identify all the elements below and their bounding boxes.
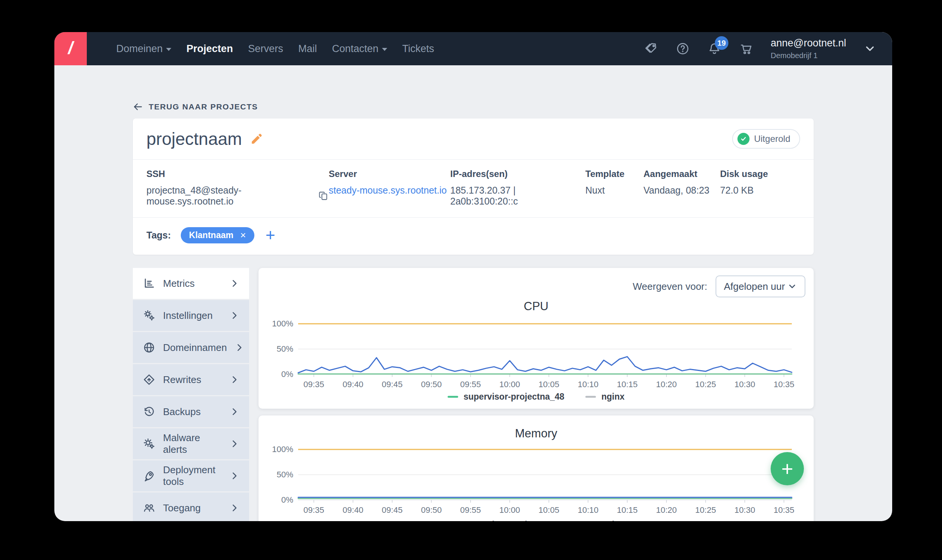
chevron-down-icon[interactable]	[864, 42, 876, 55]
sidebar-item-instellingen[interactable]: Instellingen	[133, 300, 249, 331]
info-value-text: steady-mouse.sys.rootnet.io	[329, 185, 447, 196]
svg-text:0%: 0%	[281, 495, 293, 505]
nav-link-tickets[interactable]: Tickets	[402, 43, 434, 55]
tags-icon[interactable]	[644, 42, 658, 56]
nav-link-projecten[interactable]: Projecten	[186, 43, 233, 55]
content-row: MetricsInstellingenDomeinnamenRewritesBa…	[133, 268, 814, 521]
tags-label: Tags:	[146, 230, 171, 241]
sidebar-item-label: Deployment tools	[163, 464, 222, 488]
malware-icon	[143, 437, 155, 450]
svg-text:09:40: 09:40	[343, 380, 363, 389]
nav-link-label: Tickets	[402, 43, 434, 55]
nav-link-label: Mail	[298, 43, 317, 55]
svg-text:10:05: 10:05	[539, 505, 559, 515]
info-field-value: Vandaag, 08:23	[643, 185, 720, 196]
svg-text:09:40: 09:40	[343, 505, 363, 515]
svg-text:09:55: 09:55	[460, 380, 481, 389]
legend-item-supervisor-projectna-48[interactable]: supervisor-projectna_48	[448, 520, 564, 521]
tag-remove-icon[interactable]: ×	[240, 230, 246, 240]
info-value-text: 72.0 KB	[720, 185, 754, 196]
info-field-value: 72.0 KB	[720, 185, 768, 196]
info-value-text: Nuxt	[585, 185, 605, 196]
check-circle-icon	[737, 133, 750, 145]
nav-link-label: Projecten	[186, 43, 233, 55]
info-field-ssh: SSHprojectna_48@steady-mouse.sys.rootnet…	[146, 169, 329, 207]
memory-chart-panel: Memory 100%50%0%09:3509:4009:4509:5009:5…	[259, 415, 814, 521]
svg-text:100%: 100%	[272, 319, 293, 328]
sidebar-item-toegang[interactable]: Toegang	[133, 492, 249, 521]
sidebar-item-malware-alerts[interactable]: Malware alerts	[133, 428, 249, 459]
sidebar-item-rewrites[interactable]: Rewrites	[133, 364, 249, 395]
arrow-left-icon	[133, 102, 143, 112]
back-link[interactable]: TERUG NAAR PROJECTS	[133, 102, 258, 112]
svg-text:10:10: 10:10	[578, 505, 599, 515]
add-tag-button[interactable]: +	[264, 227, 277, 243]
nav-link-mail[interactable]: Mail	[298, 43, 317, 55]
sidebar-item-label: Instellingen	[163, 310, 222, 322]
chart-title-cpu: CPU	[259, 300, 814, 313]
nav-link-servers[interactable]: Servers	[248, 43, 283, 55]
edit-title-icon[interactable]	[250, 132, 263, 145]
info-field-value-link[interactable]: steady-mouse.sys.rootnet.io	[329, 185, 450, 196]
sidebar-item-label: Rewrites	[163, 374, 222, 386]
help-icon[interactable]	[676, 42, 690, 56]
legend-label: supervisor-projectna_48	[463, 520, 564, 521]
project-info-row: SSHprojectna_48@steady-mouse.sys.rootnet…	[133, 160, 814, 217]
nav-link-domeinen[interactable]: Domeinen	[116, 43, 171, 55]
svg-text:09:45: 09:45	[382, 505, 403, 515]
caret-down-icon	[166, 48, 171, 51]
app-window: / DomeinenProjectenServersMailContactenT…	[54, 32, 892, 521]
status-badge: Uitgerold	[732, 129, 800, 149]
cpu-chart-legend: supervisor-projectna_48nginx	[259, 392, 814, 402]
nav-link-contacten[interactable]: Contacten	[332, 43, 387, 55]
info-value-text: 185.173.20.37 | 2a0b:3100:20::c	[450, 185, 585, 207]
svg-text:10:10: 10:10	[578, 380, 599, 389]
legend-item-supervisor-projectna-48[interactable]: supervisor-projectna_48	[448, 392, 564, 402]
account-menu[interactable]: anne@rootnet.nl Demobedrijf 1	[771, 37, 846, 60]
info-field-label: Aangemaakt	[643, 169, 720, 179]
primary-nav: DomeinenProjectenServersMailContactenTic…	[116, 43, 434, 55]
info-value-text: Vandaag, 08:23	[643, 185, 710, 196]
metrics-icon	[143, 277, 155, 290]
memory-chart: 100%50%0%09:3509:4009:4509:5009:5510:001…	[259, 440, 814, 520]
svg-text:50%: 50%	[277, 470, 293, 479]
users-icon	[143, 502, 155, 514]
info-field-ip-adres-sen-: IP-adres(sen)185.173.20.37 | 2a0b:3100:2…	[450, 169, 585, 207]
sidebar-item-backups[interactable]: Backups	[133, 396, 249, 427]
info-field-value: projectna_48@steady-mouse.sys.rootnet.io	[146, 185, 329, 207]
svg-text:10:05: 10:05	[539, 380, 559, 389]
sidebar-item-domeinnamen[interactable]: Domeinnamen	[133, 332, 249, 363]
legend-label: nginx	[601, 520, 624, 521]
tag-pill: Klantnaam ×	[181, 227, 254, 243]
legend-item-nginx[interactable]: nginx	[585, 520, 624, 521]
status-badge-label: Uitgerold	[754, 134, 790, 144]
sidebar-item-metrics[interactable]: Metrics	[133, 268, 249, 299]
svg-text:10:25: 10:25	[695, 380, 716, 389]
chevron-right-icon	[229, 311, 239, 320]
cpu-chart: 100%50%0%09:3509:4009:4509:5009:5510:001…	[259, 315, 814, 394]
cart-icon[interactable]	[739, 42, 753, 56]
bell-icon[interactable]: 19	[707, 42, 722, 56]
desktop-background: { "nav": { "logo_text": "/", "links": [ …	[0, 0, 942, 560]
page-title: projectnaam	[146, 129, 242, 149]
info-field-label: Disk usage	[720, 169, 768, 179]
period-select[interactable]: Afgelopen uur	[716, 275, 805, 297]
globe-icon	[143, 341, 155, 354]
nav-icons: 19	[644, 42, 753, 56]
add-fab-button[interactable]: +	[771, 452, 804, 485]
chevron-right-icon	[234, 343, 244, 352]
svg-text:09:55: 09:55	[460, 505, 481, 515]
legend-item-nginx[interactable]: nginx	[585, 392, 624, 402]
chevron-right-icon	[229, 471, 239, 481]
nav-link-label: Domeinen	[116, 43, 163, 55]
account-email: anne@rootnet.nl	[771, 37, 846, 49]
chevron-down-icon	[787, 282, 797, 291]
chevron-right-icon	[229, 503, 239, 513]
info-field-label: Template	[585, 169, 643, 179]
app-logo[interactable]: /	[54, 32, 87, 65]
sidebar-item-deployment-tools[interactable]: Deployment tools	[133, 460, 249, 491]
legend-swatch	[448, 396, 458, 398]
svg-text:10:30: 10:30	[734, 380, 755, 389]
info-field-label: Server	[329, 169, 450, 179]
copy-icon[interactable]	[318, 191, 329, 201]
